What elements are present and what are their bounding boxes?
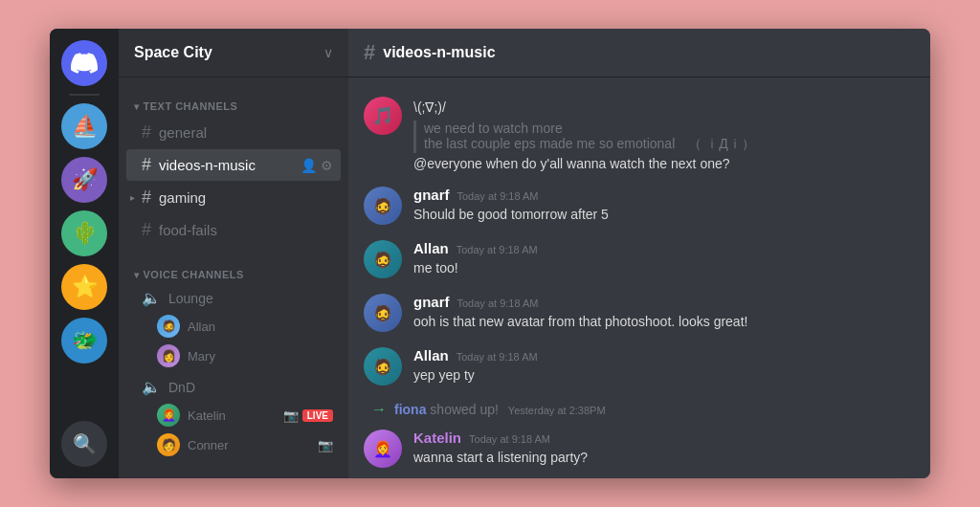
voice-user-name-katelin: Katelin — [188, 408, 226, 423]
channel-name-general: general — [159, 124, 333, 141]
server-name: Space City — [134, 44, 212, 61]
voice-channel-name-dnd: DnD — [168, 380, 195, 395]
channel-item-gaming[interactable]: ▸ # gaming — [126, 182, 341, 213]
channel-item-videos-n-music[interactable]: # videos-n-music 👤 ⚙ — [126, 149, 341, 181]
chat-messages: 🎵 \(;∇;)/ we need to watch more the last… — [348, 77, 930, 478]
hash-icon: # — [142, 187, 151, 208]
voice-user-katelin[interactable]: 👩‍🦰 Katelin 📷 LIVE — [126, 401, 341, 430]
voice-user-avatar-katelin: 👩‍🦰 — [157, 404, 180, 427]
search-icon: 🔍 — [73, 432, 97, 455]
discord-home-button[interactable] — [61, 40, 107, 86]
channel-actions: 👤 ⚙ — [301, 158, 333, 173]
hash-icon: # — [142, 122, 151, 143]
voice-channels-label: VOICE CHANNELS — [144, 269, 244, 280]
channel-name-food-fails: food-fails — [159, 222, 333, 238]
channel-item-general[interactable]: # general — [126, 117, 341, 148]
message-text-gnarf-2: ooh is that new avatar from that photosh… — [413, 312, 915, 332]
message-timestamp-gnarf-2: Today at 9:18 AM — [457, 298, 539, 309]
quote-line-2: the last couple eps made me so emotional… — [424, 136, 915, 153]
join-arrow-icon: → — [371, 401, 387, 418]
voice-user-avatar-allan: 🧔 — [157, 315, 180, 338]
server-icon-cactus[interactable]: 🌵 — [61, 210, 107, 256]
message-header-allan-1: Allan Today at 9:18 AM — [413, 240, 915, 256]
voice-user-avatar-mary: 👩 — [157, 344, 180, 367]
message-text-allan-2: yep yep ty — [413, 365, 915, 386]
channel-list: ▾ TEXT CHANNELS # general # videos-n-mus… — [119, 77, 348, 478]
voice-user-allan[interactable]: 🧔 Allan — [126, 312, 341, 341]
message-avatar-allan-2: 🧔 — [364, 347, 402, 386]
channel-name-videos: videos-n-music — [159, 157, 301, 173]
voice-icon: 🔈 — [142, 378, 161, 396]
voice-user-mary[interactable]: 👩 Mary — [126, 342, 341, 370]
collapse-icon: ▾ — [134, 270, 140, 280]
text-channels-label: TEXT CHANNELS — [144, 100, 238, 112]
join-user-fiona: fiona — [394, 402, 426, 417]
server-divider — [69, 94, 100, 96]
message-group-gnarf-2: 🧔 gnarf Today at 9:18 AM ooh is that new… — [364, 290, 915, 336]
message-content-gnarf-1: gnarf Today at 9:18 AM Should be good to… — [413, 187, 915, 225]
server-header[interactable]: Space City ∨ — [119, 29, 348, 77]
hash-icon: # — [142, 155, 151, 175]
message-group-gnarf-1: 🧔 gnarf Today at 9:18 AM Should be good … — [364, 183, 915, 229]
collapse-icon: ▾ — [134, 101, 140, 112]
server-icon-star[interactable]: ⭐ — [61, 264, 107, 310]
quote-line-1: we need to watch more — [424, 121, 915, 136]
join-message-text: fiona showed up! Yesterday at 2:38PM — [394, 402, 606, 417]
join-message-fiona: → fiona showed up! Yesterday at 2:38PM — [364, 397, 915, 422]
message-header-gnarf-1: gnarf Today at 9:18 AM — [413, 187, 915, 203]
voice-channel-dnd[interactable]: 🔈 DnD — [126, 374, 341, 400]
message-group-katelin: 👩‍🦰 Katelin Today at 9:18 AM wanna start… — [364, 426, 915, 472]
search-button[interactable]: 🔍 — [61, 421, 107, 467]
hash-icon: # — [142, 220, 151, 240]
message-timestamp-allan-1: Today at 9:18 AM — [457, 244, 538, 255]
server-icon-sailboat[interactable]: ⛵ — [61, 103, 107, 149]
message-timestamp-katelin: Today at 9:18 AM — [469, 433, 550, 445]
message-content-allan-2: Allan Today at 9:18 AM yep yep ty — [413, 347, 915, 386]
message-header-allan-2: Allan Today at 9:18 AM — [413, 347, 915, 364]
everyone-mention[interactable]: @everyone — [413, 156, 482, 171]
voice-user-conner[interactable]: 🧑 Conner 📷 — [126, 430, 341, 459]
unread-indicator: ▸ — [130, 192, 135, 203]
chat-header: # videos-n-music — [348, 29, 930, 77]
voice-user-avatar-conner: 🧑 — [157, 433, 180, 456]
message-avatar-allan-1: 🧔 — [364, 240, 402, 278]
voice-user-name-conner: Conner — [188, 438, 229, 452]
message-content-gnarf-2: gnarf Today at 9:18 AM ooh is that new a… — [413, 294, 915, 332]
server-icon-space[interactable]: 🚀 — [61, 157, 107, 203]
message-text-gnarf-1: Should be good tomorrow after 5 — [413, 205, 915, 225]
voice-channels-category[interactable]: ▾ VOICE CHANNELS — [119, 254, 348, 284]
add-member-icon[interactable]: 👤 — [301, 158, 317, 173]
message-timestamp-gnarf-1: Today at 9:18 AM — [457, 190, 539, 202]
live-badge: LIVE — [302, 409, 333, 422]
server-icon-dragon[interactable]: 🐲 — [61, 318, 107, 364]
message-content-prevuser: \(;∇;)/ we need to watch more the last c… — [413, 97, 915, 171]
text-channels-category[interactable]: ▾ TEXT CHANNELS — [119, 85, 348, 116]
message-author-katelin: Katelin — [413, 430, 461, 446]
kaomoji-text: \(;∇;)/ — [413, 99, 446, 115]
voice-channel-name-lounge: Lounge — [168, 291, 213, 306]
channel-item-food-fails[interactable]: # food-fails — [126, 214, 341, 246]
message-avatar-gnarf-2: 🧔 — [364, 294, 402, 332]
quote-block: we need to watch more the last couple ep… — [413, 121, 915, 153]
message-author-gnarf: gnarf — [413, 187, 450, 203]
voice-user-name-mary: Mary — [188, 349, 215, 364]
channel-name-gaming: gaming — [159, 189, 333, 206]
message-group-allan-2: 🧔 Allan Today at 9:18 AM yep yep ty — [364, 343, 915, 389]
message-avatar-gnarf: 🧔 — [364, 187, 402, 225]
message-avatar-katelin: 👩‍🦰 — [364, 430, 402, 468]
chat-channel-name: videos-n-music — [383, 44, 495, 61]
camera-icon: 📷 — [283, 408, 299, 423]
message-group-prevuser: 🎵 \(;∇;)/ we need to watch more the last… — [364, 93, 915, 175]
message-group-allan-1: 🧔 Allan Today at 9:18 AM me too! — [364, 236, 915, 282]
voice-icon: 🔈 — [142, 289, 161, 307]
join-action-text: showed up! — [430, 402, 499, 417]
message-content-katelin: Katelin Today at 9:18 AM wanna start a l… — [413, 430, 915, 468]
settings-icon[interactable]: ⚙ — [321, 158, 333, 173]
message-timestamp-allan-2: Today at 9:18 AM — [457, 351, 538, 363]
main-chat: # videos-n-music 🎵 \(;∇;)/ we need to wa… — [348, 29, 930, 478]
voice-user-badges-conner: 📷 — [318, 438, 333, 452]
message-header-katelin: Katelin Today at 9:18 AM — [413, 430, 915, 446]
voice-channel-lounge[interactable]: 🔈 Lounge — [126, 285, 341, 311]
channel-sidebar: Space City ∨ ▾ TEXT CHANNELS # general #… — [119, 29, 348, 478]
message-content-allan-1: Allan Today at 9:18 AM me too! — [413, 240, 915, 278]
